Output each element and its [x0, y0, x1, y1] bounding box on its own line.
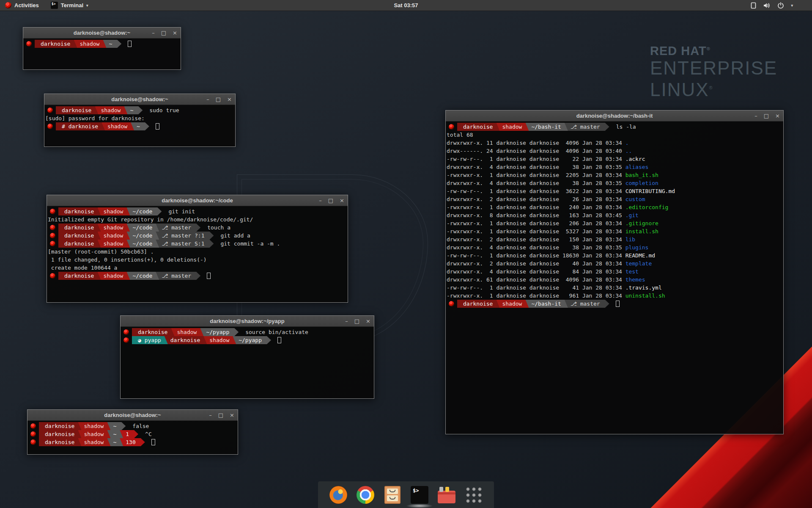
- redhat-prompt-icon: [123, 337, 129, 343]
- prompt-segment-git: ⎇ master ?:1: [156, 232, 214, 240]
- prompt-segment-user: darknoise: [58, 272, 101, 280]
- prompt-segment-host: shadow: [496, 123, 529, 131]
- terminal-body[interactable]: darknoiseshadow~falsedarknoiseshadow~1^C…: [27, 421, 238, 454]
- close-button[interactable]: ×: [173, 30, 177, 36]
- prompt-segment-path: ~/code: [126, 224, 159, 232]
- rhel-branding: RED HAT® ENTERPRISE LINUX®: [650, 44, 777, 99]
- redhat-prompt-icon: [50, 209, 55, 214]
- minimize-button[interactable]: –: [319, 198, 322, 203]
- terminal-line: total 68: [447, 131, 783, 139]
- terminal-window-pyapp[interactable]: darknoise@shadow:~/pyapp –□× darknoisesh…: [120, 315, 374, 399]
- files-icon[interactable]: [383, 486, 402, 504]
- close-button[interactable]: ×: [230, 412, 234, 418]
- firefox-icon[interactable]: [329, 486, 348, 504]
- maximize-button[interactable]: □: [764, 113, 769, 119]
- command-text: source bin/activate: [239, 329, 308, 335]
- terminal-window-home-1[interactable]: darknoise@shadow:~ –□× darknoiseshadow~: [23, 27, 181, 70]
- minimize-button[interactable]: –: [152, 30, 155, 36]
- terminal-window-sudo[interactable]: darknoise@shadow:~ –□× darknoiseshadow~s…: [44, 94, 236, 147]
- close-button[interactable]: ×: [340, 198, 344, 203]
- screen-icon[interactable]: [750, 2, 757, 9]
- titlebar[interactable]: darknoise@shadow:~/bash-it –□×: [446, 110, 783, 121]
- terminal-body[interactable]: darknoiseshadow~/pyappsource bin/activat…: [121, 327, 374, 398]
- terminal-line: -rw-rw-r--. 1 darknoise darknoise 3622 J…: [447, 187, 783, 195]
- output-text: drwxrwxr-x. 4 darknoise darknoise 38 Jan…: [447, 164, 625, 170]
- terminal-icon[interactable]: $>: [410, 486, 429, 504]
- clock[interactable]: Sat 03:57: [394, 2, 418, 8]
- power-icon[interactable]: [777, 2, 784, 9]
- terminal-body[interactable]: darknoiseshadow~: [23, 39, 181, 69]
- dock: $>: [318, 481, 494, 508]
- output-text: .travis.yml: [625, 284, 662, 291]
- close-button[interactable]: ×: [775, 113, 780, 119]
- terminal-line: darknoiseshadow~130: [28, 438, 238, 446]
- maximize-button[interactable]: □: [161, 30, 166, 36]
- window-title: darknoise@shadow:~/pyapp: [210, 318, 284, 324]
- app-grid-icon[interactable]: [464, 486, 483, 504]
- terminal-window-bash-it[interactable]: darknoise@shadow:~/bash-it –□× darknoise…: [445, 110, 784, 434]
- output-text: drwxrwxr-x. 4 darknoise darknoise 38 Jan…: [447, 244, 625, 251]
- volume-icon[interactable]: [763, 2, 771, 9]
- redhat-prompt-icon: [47, 108, 53, 113]
- terminal-window-home-2[interactable]: darknoise@shadow:~ –□× darknoiseshadow~f…: [27, 409, 238, 455]
- terminal-cursor: [151, 439, 155, 445]
- maximize-button[interactable]: □: [216, 97, 221, 102]
- close-button[interactable]: ×: [227, 97, 232, 102]
- titlebar[interactable]: darknoise@shadow:~ –□×: [44, 94, 235, 105]
- minimize-button[interactable]: –: [206, 97, 209, 102]
- close-button[interactable]: ×: [366, 318, 370, 324]
- minimize-button[interactable]: –: [209, 412, 212, 418]
- output-text: drwxrwxr-x. 61 darknoise darknoise 4096 …: [447, 276, 625, 283]
- output-text: drwxrwxr-x. 4 darknoise darknoise 38 Jan…: [447, 180, 625, 186]
- terminal-body[interactable]: darknoiseshadow~/bash-it⎇ masterls -lato…: [446, 121, 783, 434]
- terminal-line: drwxrwxr-x. 8 darknoise darknoise 163 Ja…: [447, 211, 783, 219]
- maximize-button[interactable]: □: [218, 412, 223, 418]
- output-text: .ackrc: [625, 156, 645, 162]
- top-panel: Activities $> Terminal ▾ Sat 03:57 ▾: [0, 0, 812, 11]
- maximize-button[interactable]: □: [328, 198, 333, 203]
- redhat-prompt-icon: [50, 273, 55, 279]
- prompt-segment-user: darknoise: [39, 438, 81, 446]
- window-title: darknoise@shadow:~/code: [162, 197, 233, 204]
- output-text: drwxrwxr-x. 2 darknoise darknoise 26 Jan…: [447, 196, 625, 202]
- terminal-line: ◕ pyappdarknoiseshadow~/pyapp: [121, 336, 374, 344]
- titlebar[interactable]: darknoise@shadow:~/pyapp –□×: [121, 316, 374, 327]
- terminal-line: darknoiseshadow~: [24, 40, 181, 48]
- output-text: custom: [625, 196, 645, 202]
- prompt-segment-host: shadow: [78, 422, 110, 430]
- registered-mark: ®: [709, 85, 713, 90]
- titlebar[interactable]: darknoise@shadow:~/code –□×: [47, 195, 348, 206]
- activities-button[interactable]: Activities: [0, 0, 44, 11]
- minimize-button[interactable]: –: [754, 113, 757, 119]
- terminal-body[interactable]: darknoiseshadow~sudo true[sudo] password…: [44, 105, 235, 146]
- chevron-down-icon[interactable]: ▾: [791, 3, 793, 8]
- maximize-button[interactable]: □: [354, 318, 359, 324]
- redhat-prompt-icon: [30, 431, 36, 437]
- prompt-segment-venv: ◕ pyapp: [132, 336, 168, 344]
- terminal-body[interactable]: darknoiseshadow~/codegit initInitialized…: [47, 206, 348, 302]
- terminal-window-code[interactable]: darknoise@shadow:~/code –□× darknoisesha…: [47, 195, 348, 303]
- chrome-icon[interactable]: [356, 486, 375, 504]
- command-text: sudo true: [143, 107, 179, 113]
- prompt-segment-user: darknoise: [132, 328, 174, 336]
- prompt-segment-path: ~/bash-it: [525, 123, 568, 131]
- terminal-line: drwx------. 24 darknoise darknoise 4096 …: [447, 147, 783, 155]
- minimize-button[interactable]: –: [345, 318, 348, 324]
- titlebar[interactable]: darknoise@shadow:~ –□×: [23, 28, 181, 39]
- prompt-segment-user: darknoise: [165, 336, 207, 344]
- terminal-line: darknoiseshadow~/code⎇ mastertouch a: [48, 224, 348, 232]
- terminal-line: darknoiseshadow~false: [28, 422, 238, 430]
- toolbox-icon[interactable]: [437, 486, 456, 504]
- terminal-line: darknoiseshadow~/pyappsource bin/activat…: [121, 328, 374, 336]
- command-text: git commit -a -m .: [214, 240, 280, 247]
- terminal-cursor: [277, 337, 281, 343]
- prompt-segment-host: shadow: [171, 328, 203, 336]
- activities-label: Activities: [14, 2, 39, 8]
- terminal-line: drwxrwxr-x. 4 darknoise darknoise 84 Jan…: [447, 268, 783, 276]
- terminal-line: darknoiseshadow~/codegit init: [48, 207, 348, 215]
- titlebar[interactable]: darknoise@shadow:~ –□×: [27, 410, 238, 421]
- redhat-prompt-icon: [30, 423, 36, 429]
- terminal-line: create mode 100644 a: [48, 264, 348, 272]
- terminal-line: -rwxrwxr-x. 1 darknoise darknoise 2205 J…: [447, 171, 783, 179]
- app-menu-terminal[interactable]: $> Terminal ▾: [46, 0, 93, 11]
